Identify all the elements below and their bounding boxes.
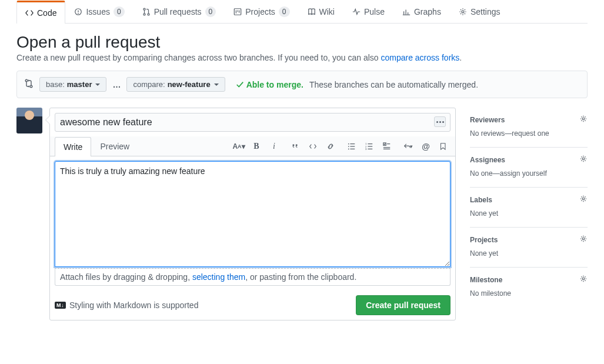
repo-tabs: Code Issues 0 Pull requests 0 Projects 0… bbox=[16, 0, 588, 24]
tab-code[interactable]: Code bbox=[16, 1, 65, 24]
sidebar-labels: Labels None yet bbox=[470, 188, 588, 228]
quote-icon[interactable] bbox=[291, 142, 300, 151]
svg-point-36 bbox=[582, 238, 585, 240]
saved-replies-icon[interactable] bbox=[439, 142, 448, 151]
body-textarea[interactable] bbox=[55, 161, 451, 267]
projects-count: 0 bbox=[279, 6, 290, 17]
project-icon bbox=[233, 8, 242, 16]
attach-hint[interactable]: Attach files by dragging & dropping, sel… bbox=[55, 268, 451, 286]
reply-icon[interactable]: ▾ bbox=[403, 142, 413, 151]
pulse-icon bbox=[352, 8, 361, 16]
write-preview-tabs: Write Preview AA▾ B i bbox=[50, 136, 455, 156]
tab-wiki-label: Wiki bbox=[319, 7, 335, 16]
write-tab[interactable]: Write bbox=[55, 137, 91, 156]
merge-status: Able to merge. bbox=[236, 80, 303, 89]
svg-point-4 bbox=[144, 14, 145, 15]
heading-icon[interactable]: AA▾ bbox=[234, 142, 243, 151]
svg-point-5 bbox=[148, 14, 149, 15]
tab-graphs-label: Graphs bbox=[414, 7, 441, 16]
svg-point-2 bbox=[78, 13, 79, 14]
ol-icon[interactable]: 123 bbox=[365, 142, 374, 151]
tab-settings-label: Settings bbox=[470, 7, 500, 16]
tab-pr-label: Pull requests bbox=[154, 7, 202, 16]
gear-icon[interactable] bbox=[579, 275, 588, 285]
italic-icon[interactable]: i bbox=[269, 142, 279, 151]
tab-pulse-label: Pulse bbox=[364, 7, 385, 16]
tab-projects-label: Projects bbox=[245, 7, 275, 16]
ellipsis: … bbox=[112, 80, 121, 89]
tab-wiki[interactable]: Wiki bbox=[299, 1, 343, 22]
git-pr-icon bbox=[142, 8, 151, 16]
pr-count: 0 bbox=[205, 6, 216, 17]
sidebar-assignees: Assignees No one—assign yourself bbox=[470, 148, 588, 188]
tasklist-icon[interactable] bbox=[382, 142, 392, 151]
svg-point-17 bbox=[348, 143, 349, 144]
svg-point-16 bbox=[30, 85, 32, 88]
tab-graphs[interactable]: Graphs bbox=[393, 1, 450, 22]
git-compare-icon bbox=[24, 79, 34, 90]
select-files-link[interactable]: selecting them bbox=[192, 272, 245, 282]
svg-point-33 bbox=[582, 118, 585, 120]
tab-projects[interactable]: Projects 0 bbox=[225, 0, 298, 23]
avatar bbox=[16, 108, 42, 133]
gear-icon[interactable] bbox=[579, 195, 588, 205]
svg-point-15 bbox=[25, 79, 28, 82]
bold-icon[interactable]: B bbox=[252, 142, 261, 151]
assign-yourself-link[interactable]: assign yourself bbox=[500, 169, 547, 178]
sidebar-projects: Projects None yet bbox=[470, 228, 588, 268]
svg-point-19 bbox=[348, 148, 349, 149]
emoji-button[interactable] bbox=[434, 116, 446, 127]
markdown-icon: M↓ bbox=[55, 302, 66, 309]
tab-issues[interactable]: Issues 0 bbox=[65, 0, 133, 23]
svg-point-34 bbox=[582, 158, 585, 160]
book-icon bbox=[308, 8, 316, 16]
compare-range-bar: base: master … compare: new-feature Able… bbox=[16, 71, 588, 98]
issue-icon bbox=[74, 8, 82, 16]
gear-icon[interactable] bbox=[579, 155, 588, 165]
compare-forks-link[interactable]: compare across forks bbox=[381, 53, 459, 62]
gear-icon[interactable] bbox=[579, 115, 588, 125]
gear-icon bbox=[459, 8, 467, 16]
md-toolbar: AA▾ B i 123 bbox=[234, 142, 451, 151]
chevron-down-icon bbox=[95, 84, 100, 86]
graph-icon bbox=[402, 8, 411, 16]
tab-settings[interactable]: Settings bbox=[450, 1, 509, 22]
page-subtitle: Create a new pull request by comparing c… bbox=[16, 53, 588, 62]
compare-branch-button[interactable]: compare: new-feature bbox=[126, 77, 225, 92]
issues-count: 0 bbox=[114, 6, 125, 17]
svg-point-3 bbox=[144, 8, 145, 10]
svg-point-18 bbox=[348, 146, 349, 147]
mention-icon[interactable]: @ bbox=[421, 142, 431, 151]
title-input[interactable] bbox=[55, 113, 451, 132]
code-icon[interactable] bbox=[308, 142, 318, 151]
svg-point-37 bbox=[582, 278, 585, 280]
merge-note: These branches can be automatically merg… bbox=[309, 80, 478, 89]
page-title: Open a pull request bbox=[16, 33, 588, 52]
pr-composer: Write Preview AA▾ B i bbox=[49, 108, 456, 320]
code-icon bbox=[25, 9, 34, 17]
create-pr-button[interactable]: Create pull request bbox=[356, 295, 451, 315]
svg-point-35 bbox=[582, 198, 585, 200]
base-branch-button[interactable]: base: master bbox=[39, 77, 106, 92]
tab-pulse[interactable]: Pulse bbox=[343, 1, 393, 22]
sidebar-milestone: Milestone No milestone bbox=[470, 268, 588, 307]
tab-code-label: Code bbox=[37, 8, 56, 18]
link-icon[interactable] bbox=[326, 142, 335, 151]
tab-pull-requests[interactable]: Pull requests 0 bbox=[134, 0, 225, 23]
ul-icon[interactable] bbox=[347, 142, 356, 151]
sidebar-reviewers: Reviewers No reviews—request one bbox=[470, 108, 588, 148]
chevron-down-icon bbox=[214, 84, 219, 86]
svg-text:3: 3 bbox=[365, 148, 367, 151]
tab-issues-label: Issues bbox=[86, 7, 109, 16]
preview-tab[interactable]: Preview bbox=[91, 136, 138, 156]
svg-point-14 bbox=[462, 11, 464, 13]
sidebar: Reviewers No reviews—request one Assigne… bbox=[470, 108, 588, 307]
gear-icon[interactable] bbox=[579, 235, 588, 245]
markdown-hint[interactable]: M↓ Styling with Markdown is supported bbox=[55, 300, 198, 310]
